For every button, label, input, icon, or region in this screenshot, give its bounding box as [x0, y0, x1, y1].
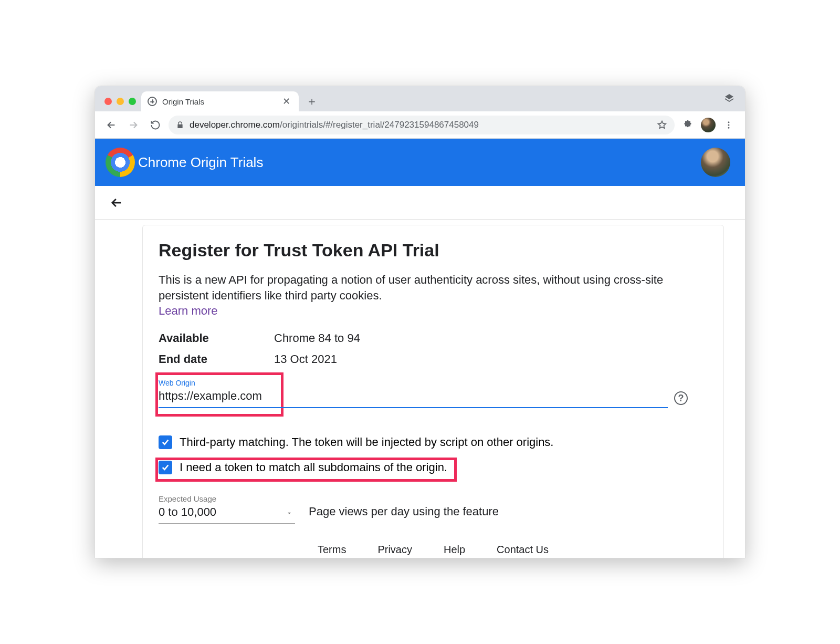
chrome-logo-icon [106, 148, 135, 177]
extensions-icon[interactable] [679, 116, 697, 134]
minimize-window-button[interactable] [117, 98, 124, 105]
page-back-button[interactable] [108, 194, 125, 212]
expected-usage-value: 0 to 10,000 [159, 503, 295, 523]
url-host: developer.chrome.com [190, 120, 280, 130]
bookmark-star-icon[interactable] [657, 120, 667, 130]
meta-section: Available Chrome 84 to 94 End date 13 Oc… [159, 331, 708, 366]
sub-toolbar [95, 186, 745, 220]
expected-usage-label: Expected Usage [159, 494, 295, 503]
svg-point-1 [728, 124, 730, 126]
web-origin-label: Web Origin [159, 379, 668, 387]
profile-indicator-icon[interactable] [723, 92, 736, 105]
app-brand[interactable]: Chrome Origin Trials [106, 148, 263, 177]
subdomain-label: I need a token to match all subdomains o… [180, 461, 447, 474]
window-controls [101, 98, 141, 111]
help-icon[interactable]: ? [674, 391, 688, 405]
close-window-button[interactable] [104, 98, 112, 105]
app-title: Chrome Origin Trials [138, 154, 263, 171]
account-avatar[interactable] [701, 148, 730, 177]
browser-menu-button[interactable] [720, 116, 738, 134]
available-value: Chrome 84 to 94 [274, 331, 360, 345]
chevron-down-icon [286, 510, 293, 517]
expected-usage-row: Expected Usage 0 to 10,000 Page views pe… [159, 492, 708, 524]
page-title: Register for Trust Token API Trial [159, 240, 708, 261]
tab-strip: Origin Trials ✕ ＋ [95, 86, 745, 111]
meta-end-date: End date 13 Oct 2021 [159, 352, 708, 366]
page-content: Chrome Origin Trials Register for Trust … [95, 139, 745, 558]
footer-contact-link[interactable]: Contact Us [497, 544, 549, 556]
end-date-value: 13 Oct 2021 [274, 352, 337, 366]
subdomain-checkbox[interactable] [159, 461, 172, 474]
browser-window: Origin Trials ✕ ＋ developer.chrome.com/o… [94, 86, 746, 558]
close-tab-button[interactable]: ✕ [280, 95, 292, 108]
web-origin-field[interactable]: Web Origin ? [159, 376, 668, 408]
footer-help-link[interactable]: Help [444, 544, 465, 556]
nav-back-button[interactable] [102, 116, 120, 134]
url-path: /origintrials/#/register_trial/247923159… [280, 120, 479, 130]
globe-icon [148, 97, 157, 106]
svg-point-2 [728, 127, 730, 128]
third-party-label: Third-party matching. The token will be … [180, 435, 554, 449]
end-date-label: End date [159, 352, 274, 366]
expected-usage-help: Page views per day using the feature [309, 505, 499, 524]
new-tab-button[interactable]: ＋ [304, 94, 320, 109]
tab-title: Origin Trials [162, 97, 275, 106]
profile-avatar[interactable] [701, 118, 716, 132]
address-bar[interactable]: developer.chrome.com/origintrials/#/regi… [169, 116, 675, 134]
app-header: Chrome Origin Trials [95, 139, 745, 186]
browser-toolbar: developer.chrome.com/origintrials/#/regi… [95, 111, 745, 139]
nav-forward-button[interactable] [124, 116, 142, 134]
web-origin-input[interactable] [159, 387, 668, 407]
footer-privacy-link[interactable]: Privacy [377, 544, 412, 556]
page-description: This is a new API for propagating a noti… [159, 272, 708, 303]
available-label: Available [159, 331, 274, 345]
zoom-window-button[interactable] [129, 98, 136, 105]
web-origin-field-wrap: Web Origin ? [159, 376, 708, 408]
lock-icon [176, 121, 184, 129]
reload-button[interactable] [146, 116, 164, 134]
footer-links: Terms Privacy Help Contact Us [159, 544, 708, 556]
expected-usage-select[interactable]: Expected Usage 0 to 10,000 [159, 492, 295, 524]
meta-available: Available Chrome 84 to 94 [159, 331, 708, 345]
url-text: developer.chrome.com/origintrials/#/regi… [190, 120, 652, 130]
footer-terms-link[interactable]: Terms [318, 544, 346, 556]
subdomain-checkbox-row: I need a token to match all subdomains o… [159, 461, 708, 474]
browser-tab[interactable]: Origin Trials ✕ [141, 91, 299, 111]
third-party-checkbox[interactable] [159, 435, 172, 449]
svg-point-0 [728, 121, 730, 123]
third-party-checkbox-row: Third-party matching. The token will be … [159, 435, 708, 449]
learn-more-link[interactable]: Learn more [159, 304, 218, 318]
registration-card: Register for Trust Token API Trial This … [142, 225, 724, 558]
